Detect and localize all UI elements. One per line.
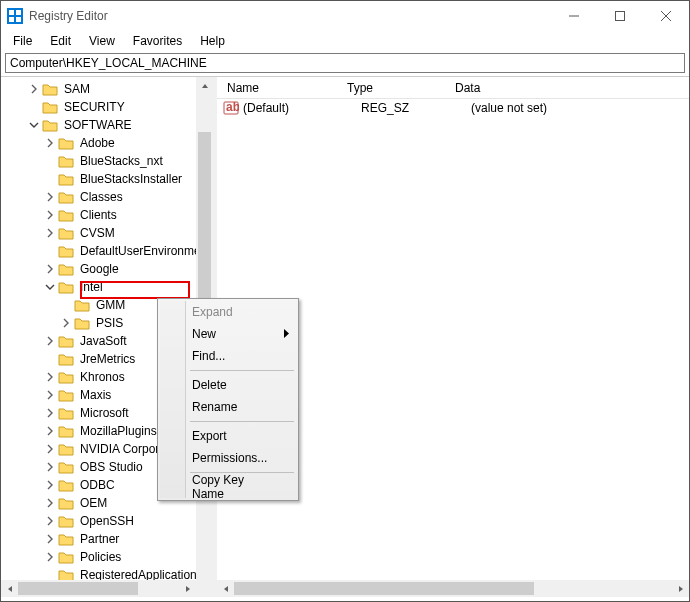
tree-label: GMM xyxy=(94,296,127,314)
chevron-right-icon[interactable] xyxy=(44,209,56,221)
expander-blank xyxy=(60,299,72,311)
ctx-expand: Expand xyxy=(160,301,296,323)
chevron-right-icon[interactable] xyxy=(44,497,56,509)
tree-node-software[interactable]: SOFTWARE xyxy=(4,116,196,134)
menu-edit[interactable]: Edit xyxy=(42,32,79,50)
chevron-right-icon[interactable] xyxy=(44,533,56,545)
folder-icon xyxy=(58,496,74,510)
tree-label: Classes xyxy=(78,188,125,206)
tree-label: RegisteredApplications xyxy=(78,566,196,580)
value-type: REG_SZ xyxy=(361,101,471,115)
menu-help[interactable]: Help xyxy=(192,32,233,50)
ctx-rename[interactable]: Rename xyxy=(160,396,296,418)
chevron-right-icon[interactable] xyxy=(60,317,72,329)
window-title: Registry Editor xyxy=(29,9,551,23)
tree-node-bluestacksinstaller[interactable]: BlueStacksInstaller xyxy=(4,170,196,188)
chevron-right-icon[interactable] xyxy=(44,137,56,149)
tree-node-policies[interactable]: Policies xyxy=(4,548,196,566)
tree-label: CVSM xyxy=(78,224,117,242)
ctx-separator xyxy=(190,370,294,371)
tree-node-bluestacks-nxt[interactable]: BlueStacks_nxt xyxy=(4,152,196,170)
menu-favorites[interactable]: Favorites xyxy=(125,32,190,50)
chevron-right-icon[interactable] xyxy=(44,263,56,275)
chevron-right-icon[interactable] xyxy=(44,461,56,473)
values-horizontal-scrollbar[interactable] xyxy=(217,580,689,597)
folder-icon xyxy=(58,244,74,258)
tree-node-clients[interactable]: Clients xyxy=(4,206,196,224)
scroll-up-arrow-icon[interactable] xyxy=(196,77,213,94)
close-button[interactable] xyxy=(643,1,689,31)
folder-icon xyxy=(58,154,74,168)
tree-label: Partner xyxy=(78,530,121,548)
tree-node-google[interactable]: Google xyxy=(4,260,196,278)
chevron-down-icon[interactable] xyxy=(44,281,56,293)
ctx-label: Find... xyxy=(192,349,225,363)
chevron-right-icon[interactable] xyxy=(44,479,56,491)
menu-view[interactable]: View xyxy=(81,32,123,50)
folder-icon xyxy=(58,172,74,186)
chevron-right-icon[interactable] xyxy=(44,335,56,347)
tree-node-cvsm[interactable]: CVSM xyxy=(4,224,196,242)
chevron-right-icon[interactable] xyxy=(44,515,56,527)
column-header-data[interactable]: Data xyxy=(449,78,689,98)
scroll-track[interactable] xyxy=(18,580,179,597)
column-header-name[interactable]: Name xyxy=(221,78,341,98)
chevron-right-icon[interactable] xyxy=(28,83,40,95)
tree-node-registeredapps[interactable]: RegisteredApplications xyxy=(4,566,196,580)
folder-icon xyxy=(58,550,74,564)
scroll-track[interactable] xyxy=(234,580,672,597)
menu-file[interactable]: File xyxy=(5,32,40,50)
tree-node-defaultuserenv[interactable]: DefaultUserEnvironment xyxy=(4,242,196,260)
scroll-left-arrow-icon[interactable] xyxy=(217,580,234,597)
tree-label: ODBC xyxy=(78,476,117,494)
chevron-down-icon[interactable] xyxy=(28,119,40,131)
folder-icon xyxy=(58,370,74,384)
ctx-permissions[interactable]: Permissions... xyxy=(160,447,296,469)
tree-label: MozillaPlugins xyxy=(78,422,159,440)
folder-icon xyxy=(58,568,74,580)
folder-icon xyxy=(58,136,74,150)
chevron-right-icon[interactable] xyxy=(44,425,56,437)
ctx-label: Permissions... xyxy=(192,451,267,465)
value-row[interactable]: ab (Default) REG_SZ (value not set) xyxy=(217,99,689,117)
chevron-right-icon[interactable] xyxy=(44,371,56,383)
ctx-label: Export xyxy=(192,429,227,443)
tree-node-security[interactable]: SECURITY xyxy=(4,98,196,116)
chevron-right-icon[interactable] xyxy=(44,551,56,563)
scroll-right-arrow-icon[interactable] xyxy=(179,580,196,597)
chevron-right-icon[interactable] xyxy=(44,389,56,401)
maximize-button[interactable] xyxy=(597,1,643,31)
tree-node-partner[interactable]: Partner xyxy=(4,530,196,548)
scroll-thumb[interactable] xyxy=(234,582,534,595)
chevron-right-icon[interactable] xyxy=(44,407,56,419)
tree-label: Google xyxy=(78,260,121,278)
ctx-copy-key-name[interactable]: Copy Key Name xyxy=(160,476,296,498)
ctx-new[interactable]: New xyxy=(160,323,296,345)
ctx-find[interactable]: Find... xyxy=(160,345,296,367)
ctx-label: New xyxy=(192,327,216,341)
folder-icon xyxy=(58,406,74,420)
tree-horizontal-scrollbar[interactable] xyxy=(1,580,196,597)
scroll-thumb[interactable] xyxy=(18,582,138,595)
tree-node-classes[interactable]: Classes xyxy=(4,188,196,206)
tree-node-intel[interactable]: Intel xyxy=(4,278,196,296)
ctx-delete[interactable]: Delete xyxy=(160,374,296,396)
tree-node-openssh[interactable]: OpenSSH xyxy=(4,512,196,530)
scroll-right-arrow-icon[interactable] xyxy=(672,580,689,597)
address-bar[interactable]: Computer\HKEY_LOCAL_MACHINE xyxy=(5,53,685,73)
chevron-right-icon[interactable] xyxy=(44,227,56,239)
chevron-right-icon[interactable] xyxy=(44,443,56,455)
folder-icon xyxy=(58,208,74,222)
column-header-type[interactable]: Type xyxy=(341,78,449,98)
scroll-left-arrow-icon[interactable] xyxy=(1,580,18,597)
titlebar: Registry Editor xyxy=(1,1,689,31)
ctx-export[interactable]: Export xyxy=(160,425,296,447)
folder-icon xyxy=(58,532,74,546)
tree-node-adobe[interactable]: Adobe xyxy=(4,134,196,152)
chevron-right-icon[interactable] xyxy=(44,191,56,203)
tree-label: Policies xyxy=(78,548,123,566)
tree-node-sam[interactable]: SAM xyxy=(4,80,196,98)
minimize-button[interactable] xyxy=(551,1,597,31)
folder-icon xyxy=(42,118,58,132)
tree-label: SAM xyxy=(62,80,92,98)
